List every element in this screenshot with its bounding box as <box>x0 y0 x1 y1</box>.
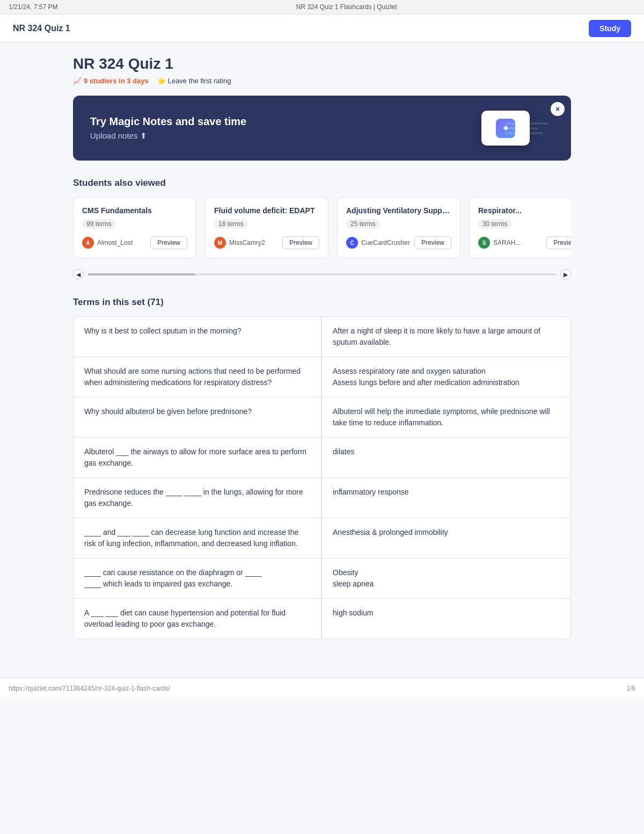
study-card: Adjusting Ventilatory Support Settin... … <box>337 197 460 258</box>
definition-cell: inflammatory response <box>322 478 570 518</box>
table-row: Prednisone reduces the ____ ____ in the … <box>74 478 570 518</box>
footer-url: https://quizlet.com/711364245/nr-324-qui… <box>9 685 170 692</box>
magic-banner-close-button[interactable]: × <box>551 102 565 116</box>
footer-page: 1/6 <box>626 685 635 692</box>
term-cell: ____ can cause resistance on the diaphra… <box>74 559 322 598</box>
preview-button[interactable]: Preview <box>414 236 451 249</box>
study-card-title: Respirator... <box>478 206 571 215</box>
studiers-count: 📈 9 studiers in 3 days <box>73 77 149 85</box>
study-card: Fluid volume deficit: EDAPT 18 terms M M… <box>205 197 328 258</box>
page-footer: https://quizlet.com/711364245/nr-324-qui… <box>0 678 644 699</box>
scroll-right-arrow[interactable]: ▶ <box>560 269 571 280</box>
author-avatar: M <box>214 237 226 249</box>
author-name: CueCardCrusher <box>361 239 410 246</box>
page-title: NR 324 Quiz 1 <box>73 55 571 72</box>
scroll-indicator: ◀ ▶ <box>73 267 571 282</box>
scroll-left-arrow[interactable]: ◀ <box>73 269 84 280</box>
study-card-author: S SARAH... <box>478 237 521 249</box>
terms-section-title: Terms in this set (71) <box>73 297 571 308</box>
rating-link[interactable]: ⭐ Leave the first rating <box>157 77 231 85</box>
study-card-footer: C CueCardCrusher Preview <box>346 236 451 249</box>
table-row: What should are some nursing actions tha… <box>74 357 570 397</box>
author-avatar: A <box>82 237 94 249</box>
magic-banner-visual: ✦ <box>457 111 554 146</box>
study-card-title: Adjusting Ventilatory Support Settin... <box>346 206 451 215</box>
meta-row: 📈 9 studiers in 3 days ⭐ Leave the first… <box>73 77 571 85</box>
study-card-footer: M MissCamry2 Preview <box>214 236 319 249</box>
study-card-title: Fluid volume deficit: EDAPT <box>214 206 319 215</box>
scroll-thumb <box>88 273 195 275</box>
table-row: Why should albuterol be given before pre… <box>74 397 570 438</box>
term-cell: Why should albuterol be given before pre… <box>74 397 322 437</box>
study-card-terms: 18 terms <box>214 219 248 229</box>
definition-cell: dilates <box>322 438 570 477</box>
nav-title: NR 324 Quiz 1 <box>13 24 70 33</box>
table-row: ____ can cause resistance on the diaphra… <box>74 559 570 599</box>
magic-line-1 <box>506 122 548 124</box>
study-card-terms: 25 terms <box>346 219 380 229</box>
magic-line-2 <box>506 127 538 129</box>
preview-button[interactable]: Preview <box>546 236 571 249</box>
term-cell: Albuterol ___ the airways to allow for m… <box>74 438 322 477</box>
definition-cell: high sodium <box>322 599 570 639</box>
magic-line-3 <box>506 132 543 134</box>
browser-bar: 1/21/24, 7:57 PM NR 324 Quiz 1 Flashcard… <box>0 0 644 14</box>
author-name: MissCamry2 <box>229 239 265 246</box>
scroll-track <box>88 273 556 275</box>
definition-cell: After a night of sleep it is more likely… <box>322 317 570 357</box>
term-cell: What should are some nursing actions tha… <box>74 357 322 397</box>
study-card-terms: 30 terms <box>478 219 512 229</box>
cards-scroll-wrapper: CMS Fundamentals 99 terms A Almost_Lost … <box>73 197 571 263</box>
terms-table: Why is it best to collect sputum in the … <box>73 316 571 639</box>
table-row: Why is it best to collect sputum in the … <box>74 317 570 357</box>
magic-banner-heading: Try Magic Notes and save time <box>90 115 246 128</box>
table-row: A ___ ___ diet can cause hypertension an… <box>74 599 570 639</box>
study-card-author: C CueCardCrusher <box>346 237 410 249</box>
cards-row[interactable]: CMS Fundamentals 99 terms A Almost_Lost … <box>73 197 571 263</box>
students-also-viewed-section: Students also viewed CMS Fundamentals 99… <box>73 178 571 282</box>
study-card-author: M MissCamry2 <box>214 237 265 249</box>
browser-title: NR 324 Quiz 1 Flashcards | Quizlet <box>296 3 397 11</box>
browser-timestamp: 1/21/24, 7:57 PM <box>9 3 57 11</box>
preview-button[interactable]: Preview <box>282 236 319 249</box>
study-card: CMS Fundamentals 99 terms A Almost_Lost … <box>73 197 196 258</box>
definition-cell: Obesitysleep apnea <box>322 559 570 598</box>
preview-button[interactable]: Preview <box>150 236 187 249</box>
term-cell: A ___ ___ diet can cause hypertension an… <box>74 599 322 639</box>
top-nav: NR 324 Quiz 1 Study <box>0 14 644 42</box>
terms-section: Terms in this set (71) Why is it best to… <box>73 297 571 639</box>
trending-icon: 📈 <box>73 77 82 85</box>
author-name: Almost_Lost <box>97 239 133 246</box>
definition-cell: Assess respiratory rate and oxygen satur… <box>322 357 570 397</box>
author-avatar: C <box>346 237 358 249</box>
author-avatar: S <box>478 237 490 249</box>
table-row: Albuterol ___ the airways to allow for m… <box>74 438 570 478</box>
author-name: SARAH... <box>493 239 521 246</box>
study-button[interactable]: Study <box>589 20 631 37</box>
definition-cell: Anesthesia & prolonged immobility <box>322 518 570 558</box>
magic-banner-text: Try Magic Notes and save time Upload not… <box>90 115 246 141</box>
table-row: ____ and ___ ____ can decrease lung func… <box>74 518 570 559</box>
magic-lines <box>506 122 548 134</box>
study-card: Respirator... 30 terms S SARAH... Previe… <box>469 197 571 258</box>
term-cell: Why is it best to collect sputum in the … <box>74 317 322 357</box>
magic-banner-subtext[interactable]: Upload notes ⬆ <box>90 131 246 141</box>
students-also-viewed-title: Students also viewed <box>73 178 571 188</box>
page-content: NR 324 Quiz 1 📈 9 studiers in 3 days ⭐ L… <box>64 42 580 661</box>
term-cell: ____ and ___ ____ can decrease lung func… <box>74 518 322 558</box>
study-card-terms: 99 terms <box>82 219 116 229</box>
study-card-author: A Almost_Lost <box>82 237 133 249</box>
star-icon: ⭐ <box>157 77 166 85</box>
study-card-footer: A Almost_Lost Preview <box>82 236 187 249</box>
magic-banner: Try Magic Notes and save time Upload not… <box>73 96 571 161</box>
definition-cell: Albuterol will help the immediate sympto… <box>322 397 570 437</box>
term-cell: Prednisone reduces the ____ ____ in the … <box>74 478 322 518</box>
study-card-footer: S SARAH... Preview <box>478 236 571 249</box>
study-card-title: CMS Fundamentals <box>82 206 187 215</box>
